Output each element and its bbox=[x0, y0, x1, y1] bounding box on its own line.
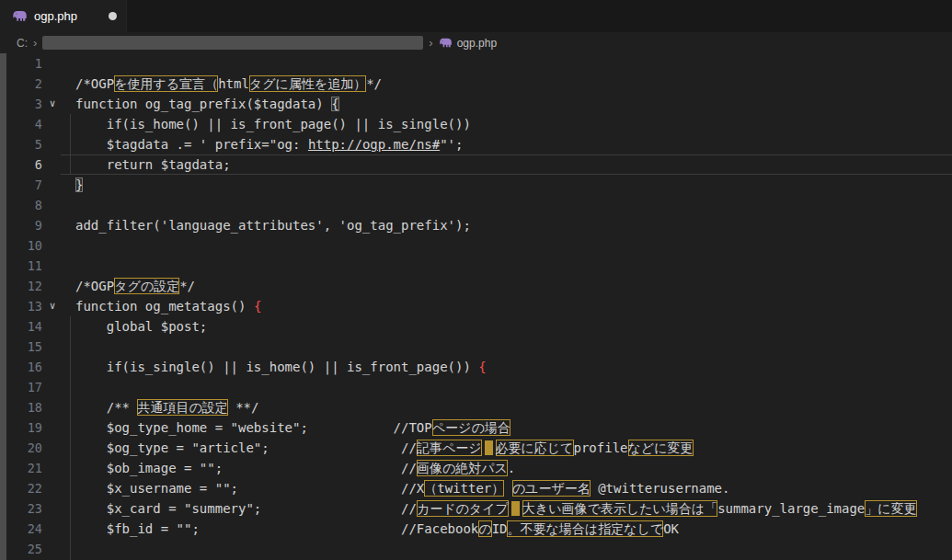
code-area[interactable]: 12/*OGPを使用する宣言（htmlタグに属性を追加）*/3∨function… bbox=[0, 53, 952, 559]
gutter-spacer bbox=[42, 519, 63, 539]
line-number[interactable]: 14 bbox=[0, 316, 42, 337]
code-text: function og_metatags() { bbox=[63, 296, 952, 316]
line-number[interactable]: 15 bbox=[0, 337, 42, 357]
line-number[interactable]: 11 bbox=[0, 256, 42, 276]
code-line[interactable]: 20 $og_type = "article"; //記事ページ必要に応じてpr… bbox=[0, 438, 952, 458]
line-number[interactable]: 13 bbox=[0, 296, 42, 316]
code-text bbox=[63, 256, 952, 276]
line-number[interactable]: 7 bbox=[0, 175, 42, 195]
zenkaku-highlight: を使用する宣言（ bbox=[114, 75, 218, 92]
code-text: $og_type_home = "website"; //TOPページの場合 bbox=[63, 417, 952, 438]
code-line[interactable]: 1 bbox=[0, 53, 952, 74]
line-number[interactable]: 8 bbox=[0, 195, 42, 215]
gutter-spacer bbox=[42, 256, 63, 276]
code-text: $x_username = ""; //X（twitter） のユーザー名 @t… bbox=[63, 478, 952, 498]
zenkaku-highlight: 大きい画像で表示したい場合は「 bbox=[522, 500, 717, 517]
zenkaku-highlight: の bbox=[478, 520, 491, 537]
code-text: add_filter('language_attributes', 'og_ta… bbox=[63, 215, 952, 235]
gutter-spacer bbox=[42, 195, 63, 215]
code-text: $fb_id = ""; //FacebookのID。不要な場合は指定なしでOK bbox=[63, 519, 952, 539]
code-line[interactable]: 8 bbox=[0, 195, 952, 215]
modified-indicator-dot[interactable] bbox=[109, 12, 117, 20]
fold-chevron-icon[interactable]: ∨ bbox=[42, 94, 63, 114]
code-text: function og_tag_prefix($tagdata) { bbox=[63, 94, 952, 114]
code-line[interactable]: 9add_filter('language_attributes', 'og_t… bbox=[0, 215, 952, 235]
code-text: $ob_image = ""; //画像の絶対パス. bbox=[63, 458, 952, 478]
line-number[interactable]: 9 bbox=[0, 215, 42, 235]
breadcrumb-file[interactable]: ogp.php bbox=[439, 37, 497, 50]
line-number[interactable]: 10 bbox=[0, 235, 42, 256]
line-number[interactable]: 2 bbox=[0, 74, 42, 94]
code-line[interactable]: 16 if(is_single() || is_home() || is_fro… bbox=[0, 357, 952, 377]
line-number[interactable]: 4 bbox=[0, 114, 42, 134]
code-line[interactable]: 23 $x_card = "summery"; //カードのタイプ大きい画像で表… bbox=[0, 498, 952, 519]
breadcrumb: C: › › ogp.php bbox=[0, 32, 952, 53]
gutter-spacer bbox=[42, 438, 63, 458]
gutter-spacer bbox=[42, 337, 63, 357]
code-text: return $tagdata; bbox=[63, 154, 952, 175]
code-line[interactable]: 13∨function og_metatags() { bbox=[0, 296, 952, 316]
line-number[interactable]: 18 bbox=[0, 397, 42, 417]
line-number[interactable]: 5 bbox=[0, 134, 42, 154]
zenkaku-highlight: のユーザー名 bbox=[512, 480, 591, 497]
line-number[interactable]: 22 bbox=[0, 478, 42, 498]
line-number[interactable]: 6 bbox=[0, 154, 42, 175]
editor[interactable]: 12/*OGPを使用する宣言（htmlタグに属性を追加）*/3∨function… bbox=[0, 53, 952, 560]
code-line[interactable]: 3∨function og_tag_prefix($tagdata) { bbox=[0, 94, 952, 114]
zenkaku-highlight: 必要に応じて bbox=[496, 440, 574, 456]
code-line[interactable]: 5 $tagdata .= ' prefix="og: http://ogp.m… bbox=[0, 134, 952, 154]
line-number[interactable]: 24 bbox=[0, 519, 42, 539]
gutter-spacer bbox=[42, 498, 63, 519]
tab-label: ogp.php bbox=[34, 9, 99, 23]
code-line[interactable]: 2/*OGPを使用する宣言（htmlタグに属性を追加）*/ bbox=[0, 74, 952, 94]
code-text: /*OGPを使用する宣言（htmlタグに属性を追加）*/ bbox=[63, 74, 952, 94]
gutter-spacer bbox=[42, 539, 63, 559]
line-number[interactable]: 23 bbox=[0, 498, 42, 519]
code-line[interactable]: 25 bbox=[0, 539, 952, 559]
redacted-path-box bbox=[42, 36, 423, 50]
code-line[interactable]: 24 $fb_id = ""; //FacebookのID。不要な場合は指定なし… bbox=[0, 519, 952, 539]
code-line[interactable]: 6 return $tagdata; bbox=[0, 154, 952, 175]
line-number[interactable]: 16 bbox=[0, 357, 42, 377]
tab-ogp-php[interactable]: ogp.php bbox=[0, 0, 127, 32]
code-text bbox=[63, 539, 952, 559]
code-text: if(is_single() || is_home() || is_front_… bbox=[63, 357, 952, 377]
gutter-spacer bbox=[42, 377, 63, 397]
line-number[interactable]: 12 bbox=[0, 276, 42, 296]
code-line[interactable]: 15 bbox=[0, 337, 952, 357]
code-line[interactable]: 10 bbox=[0, 235, 952, 256]
breadcrumb-file-label: ogp.php bbox=[457, 37, 497, 50]
gutter-spacer bbox=[42, 154, 63, 175]
php-elephant-icon bbox=[12, 9, 28, 23]
zenkaku-highlight: 画像の絶対パス bbox=[417, 460, 508, 476]
line-number[interactable]: 20 bbox=[0, 438, 42, 458]
zenkaku-highlight: タグの設定 bbox=[114, 278, 179, 294]
gutter-spacer bbox=[42, 215, 63, 235]
code-line[interactable]: 17 bbox=[0, 377, 952, 397]
code-line[interactable]: 12/*OGPタグの設定*/ bbox=[0, 276, 952, 296]
code-line[interactable]: 18 /** 共通項目の設定 **/ bbox=[0, 397, 952, 417]
gutter-spacer bbox=[42, 357, 63, 377]
line-number[interactable]: 1 bbox=[0, 53, 42, 74]
code-line[interactable]: 14 global $post; bbox=[0, 316, 952, 337]
code-line[interactable]: 19 $og_type_home = "website"; //TOPページの場… bbox=[0, 417, 952, 438]
code-line[interactable]: 22 $x_username = ""; //X（twitter） のユーザー名… bbox=[0, 478, 952, 498]
line-number[interactable]: 21 bbox=[0, 458, 42, 478]
code-text bbox=[63, 377, 952, 397]
code-line[interactable]: 11 bbox=[0, 256, 952, 276]
fold-chevron-icon[interactable]: ∨ bbox=[42, 296, 63, 316]
gutter-spacer bbox=[42, 397, 63, 417]
gutter-spacer bbox=[42, 134, 63, 154]
code-text: $og_type = "article"; //記事ページ必要に応じてprofi… bbox=[63, 438, 952, 458]
gutter-spacer bbox=[42, 114, 63, 134]
gutter-spacer bbox=[42, 74, 63, 94]
code-line[interactable]: 7} bbox=[0, 175, 952, 195]
zenkaku-highlight: 。不要な場合は指定なしで bbox=[507, 520, 663, 537]
code-line[interactable]: 21 $ob_image = ""; //画像の絶対パス. bbox=[0, 458, 952, 478]
line-number[interactable]: 25 bbox=[0, 539, 42, 559]
line-number[interactable]: 19 bbox=[0, 417, 42, 438]
code-line[interactable]: 4 if(is_home() || is_front_page() || is_… bbox=[0, 114, 952, 134]
line-number[interactable]: 17 bbox=[0, 377, 42, 397]
breadcrumb-drive[interactable]: C: bbox=[17, 37, 28, 50]
line-number[interactable]: 3 bbox=[0, 94, 42, 114]
